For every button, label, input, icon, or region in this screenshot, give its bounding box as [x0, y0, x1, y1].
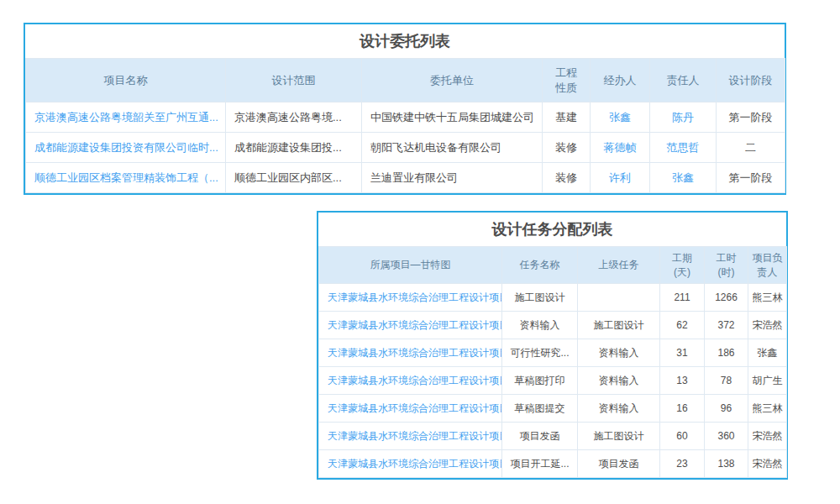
cell-hours: 78 — [705, 367, 748, 395]
project-link[interactable]: 天津蒙城县水环境综合治理工程设计项目 — [319, 367, 502, 395]
cell-nature: 装修 — [543, 163, 591, 193]
project-link[interactable]: 天津蒙城县水环境综合治理工程设计项目 — [319, 450, 502, 478]
handler-link[interactable]: 张鑫 — [591, 102, 650, 133]
column-header-gantt-project: 所属项目—甘特图 — [319, 247, 502, 284]
cell-manager: 宋浩然 — [748, 423, 787, 450]
cell-scope: 顺德工业园区内部区... — [226, 163, 362, 193]
table-row: 成都能源建设集团投资有限公司临时... 成都能源建设集团投... 朝阳飞达机电设… — [26, 133, 785, 163]
table-row: 天津蒙城县水环境综合治理工程设计项目 草稿图提交 资料输入 16 96 熊三林 — [319, 395, 787, 423]
cell-scope: 成都能源建设集团投... — [226, 133, 362, 163]
owner-link[interactable]: 陈丹 — [650, 102, 717, 133]
cell-manager: 胡广生 — [748, 367, 787, 395]
cell-duration: 211 — [660, 284, 705, 312]
cell-parent-task: 施工图设计 — [578, 423, 660, 450]
table-row: 天津蒙城县水环境综合治理工程设计项目 可行性研究... 资料输入 31 186 … — [319, 339, 787, 367]
owner-link[interactable]: 范思哲 — [650, 133, 717, 163]
table-row: 顺德工业园区档案管理精装饰工程（... 顺德工业园区内部区... 兰迪置业有限公… — [26, 163, 785, 193]
cell-hours: 138 — [705, 450, 748, 478]
cell-manager: 熊三林 — [748, 284, 787, 312]
column-header-duration: 工期 (天) — [660, 247, 705, 284]
table-row: 天津蒙城县水环境综合治理工程设计项目 草稿图打印 资料输入 13 78 胡广生 — [319, 367, 787, 395]
cell-task-name: 资料输入 — [502, 312, 578, 339]
cell-client: 兰迪置业有限公司 — [362, 163, 543, 193]
table-row: 天津蒙城县水环境综合治理工程设计项目 资料输入 施工图设计 62 372 宋浩然 — [319, 312, 787, 339]
column-header-task-name: 任务名称 — [502, 247, 578, 284]
cell-client: 中国铁建中铁十五局集团城建公司 — [362, 102, 543, 133]
cell-task-name: 草稿图打印 — [502, 367, 578, 395]
handler-link[interactable]: 许利 — [591, 163, 650, 193]
cell-duration: 62 — [660, 312, 705, 339]
cell-task-name: 项目开工延... — [502, 450, 578, 478]
project-link[interactable]: 天津蒙城县水环境综合治理工程设计项目 — [319, 423, 502, 450]
cell-nature: 装修 — [543, 133, 591, 163]
column-header-scope: 设计范围 — [226, 59, 362, 102]
commission-table-title: 设计委托列表 — [25, 24, 785, 58]
cell-stage: 第一阶段 — [717, 163, 785, 193]
design-task-assignment-panel: 设计任务分配列表 所属项目—甘特图 任务名称 上级任务 工期 (天) 工时 (时… — [317, 211, 788, 480]
project-link[interactable]: 京港澳高速公路粤境韶关至广州互通... — [26, 102, 226, 133]
project-link[interactable]: 顺德工业园区档案管理精装饰工程（... — [26, 163, 226, 193]
table-row: 天津蒙城县水环境综合治理工程设计项目 施工图设计 211 1266 熊三林 — [319, 284, 787, 312]
cell-task-name: 施工图设计 — [502, 284, 578, 312]
owner-link[interactable]: 张鑫 — [650, 163, 717, 193]
cell-scope: 京港澳高速公路粤境... — [226, 102, 362, 133]
cell-parent-task: 资料输入 — [578, 367, 660, 395]
cell-stage: 第一阶段 — [717, 102, 785, 133]
task-table-title: 设计任务分配列表 — [318, 213, 786, 246]
cell-parent-task: 资料输入 — [578, 339, 660, 367]
table-row: 京港澳高速公路粤境韶关至广州互通... 京港澳高速公路粤境... 中国铁建中铁十… — [26, 102, 785, 133]
project-link[interactable]: 成都能源建设集团投资有限公司临时... — [26, 133, 226, 163]
column-header-hours: 工时 (时) — [705, 247, 748, 284]
cell-parent-task: 资料输入 — [578, 395, 660, 423]
cell-client: 朝阳飞达机电设备有限公司 — [362, 133, 543, 163]
column-header-owner: 责任人 — [650, 59, 717, 102]
handler-link[interactable]: 蒋德帧 — [591, 133, 650, 163]
cell-manager: 张鑫 — [748, 339, 787, 367]
task-header-row: 所属项目—甘特图 任务名称 上级任务 工期 (天) 工时 (时) 项目负 责人 — [319, 247, 787, 284]
project-link[interactable]: 天津蒙城县水环境综合治理工程设计项目 — [319, 339, 502, 367]
project-link[interactable]: 天津蒙城县水环境综合治理工程设计项目 — [319, 312, 502, 339]
column-header-handler: 经办人 — [591, 59, 650, 102]
column-header-stage: 设计阶段 — [717, 59, 785, 102]
cell-manager: 熊三林 — [748, 395, 787, 423]
column-header-project: 项目名称 — [26, 59, 226, 102]
commission-table: 项目名称 设计范围 委托单位 工程 性质 经办人 责任人 设计阶段 京港澳高速公… — [25, 58, 785, 193]
cell-duration: 60 — [660, 423, 705, 450]
cell-parent-task — [578, 284, 660, 312]
cell-stage: 二 — [717, 133, 785, 163]
design-commission-panel: 设计委托列表 项目名称 设计范围 委托单位 工程 性质 经办人 责任人 设计阶段… — [24, 23, 786, 195]
cell-hours: 96 — [705, 395, 748, 423]
cell-parent-task: 项目发函 — [578, 450, 660, 478]
cell-hours: 1266 — [705, 284, 748, 312]
cell-task-name: 可行性研究... — [502, 339, 578, 367]
cell-manager: 宋浩然 — [748, 312, 787, 339]
cell-parent-task: 施工图设计 — [578, 312, 660, 339]
commission-header-row: 项目名称 设计范围 委托单位 工程 性质 经办人 责任人 设计阶段 — [26, 59, 785, 102]
cell-hours: 360 — [705, 423, 748, 450]
cell-duration: 13 — [660, 367, 705, 395]
cell-duration: 31 — [660, 339, 705, 367]
column-header-nature: 工程 性质 — [543, 59, 591, 102]
task-table: 所属项目—甘特图 任务名称 上级任务 工期 (天) 工时 (时) 项目负 责人 … — [318, 246, 787, 478]
cell-duration: 16 — [660, 395, 705, 423]
cell-hours: 372 — [705, 312, 748, 339]
column-header-manager: 项目负 责人 — [748, 247, 787, 284]
cell-hours: 186 — [705, 339, 748, 367]
table-row: 天津蒙城县水环境综合治理工程设计项目 项目发函 施工图设计 60 360 宋浩然 — [319, 423, 787, 450]
cell-task-name: 项目发函 — [502, 423, 578, 450]
table-row: 天津蒙城县水环境综合治理工程设计项目 项目开工延... 项目发函 23 138 … — [319, 450, 787, 478]
project-link[interactable]: 天津蒙城县水环境综合治理工程设计项目 — [319, 284, 502, 312]
cell-duration: 23 — [660, 450, 705, 478]
cell-manager: 宋浩然 — [748, 450, 787, 478]
column-header-parent-task: 上级任务 — [578, 247, 660, 284]
cell-task-name: 草稿图提交 — [502, 395, 578, 423]
cell-nature: 基建 — [543, 102, 591, 133]
project-link[interactable]: 天津蒙城县水环境综合治理工程设计项目 — [319, 395, 502, 423]
column-header-client: 委托单位 — [362, 59, 543, 102]
